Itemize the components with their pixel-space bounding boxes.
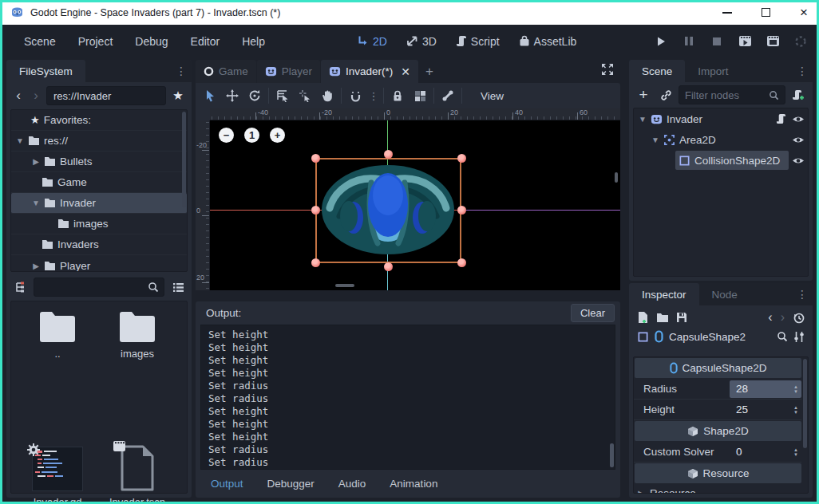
fs-row-favorites[interactable]: ★ Favorites:	[11, 110, 187, 131]
list-view-toggle-icon[interactable]	[168, 278, 188, 297]
pause-button[interactable]	[680, 33, 698, 50]
lock-object-icon[interactable]	[386, 85, 409, 106]
play-scene-button[interactable]	[736, 33, 754, 50]
category-capsuleshape2d[interactable]: CapsuleShape2D	[635, 358, 801, 378]
selection-rect[interactable]	[315, 158, 461, 263]
expand-viewport-icon[interactable]	[601, 63, 614, 76]
filesystem-menu-dots-icon[interactable]: ⋮	[176, 60, 187, 82]
pan-tool-icon[interactable]	[316, 85, 338, 106]
workspace-3d[interactable]: 3D	[401, 32, 442, 51]
zoom-in-button[interactable]: +	[270, 128, 285, 143]
tab-import[interactable]: Import	[685, 60, 741, 82]
handle-top-right[interactable]	[457, 154, 466, 163]
script-badge-icon[interactable]	[776, 113, 786, 124]
handle-top-middle[interactable]	[384, 150, 393, 159]
workspace-2d[interactable]: 2D	[351, 32, 393, 51]
fs-row-invaders[interactable]: Invaders	[11, 234, 187, 255]
category-resource[interactable]: Resource	[635, 463, 801, 483]
log-scrollbar[interactable]	[610, 443, 614, 467]
tab-inspector[interactable]: Inspector	[629, 283, 699, 305]
resource-section-row[interactable]: ▶ Resource	[634, 484, 808, 494]
play-custom-scene-button[interactable]	[764, 33, 781, 50]
snap-toggle-icon[interactable]	[344, 85, 366, 106]
fs-row-invader[interactable]: ▼ Invader	[11, 193, 187, 214]
skeleton-bone-icon[interactable]	[437, 85, 459, 106]
scene-tab-player[interactable]: Player	[257, 60, 320, 83]
menu-scene[interactable]: Scene	[16, 31, 64, 52]
tab-filesystem[interactable]: FileSystem	[6, 60, 85, 82]
handle-middle-right[interactable]	[457, 206, 466, 215]
tab-scene[interactable]: Scene	[629, 60, 685, 82]
view-menu-button[interactable]: View	[473, 87, 512, 105]
inspector-scrollbar[interactable]	[803, 359, 807, 448]
workspace-script[interactable]: Script	[450, 32, 505, 51]
scene-tab-invader[interactable]: Invader(*) ✕	[321, 60, 418, 83]
nav-back-icon[interactable]: ‹	[11, 87, 26, 104]
file-search-field[interactable]	[34, 278, 164, 297]
save-resource-icon[interactable]	[676, 312, 687, 323]
expander-open-icon[interactable]: ▼	[651, 136, 659, 144]
expander-closed-icon[interactable]: ▶	[637, 489, 645, 494]
handle-top-left[interactable]	[311, 154, 320, 163]
expander-closed-icon[interactable]: ▶	[32, 157, 40, 166]
list-select-tool-icon[interactable]	[271, 85, 294, 106]
bottom-tab-debugger[interactable]: Debugger	[257, 474, 325, 493]
fs-row-game[interactable]: Game	[11, 172, 187, 193]
group-object-icon[interactable]	[409, 85, 431, 106]
attach-script-button[interactable]	[789, 85, 808, 104]
new-resource-icon[interactable]	[637, 311, 649, 324]
filter-nodes-field[interactable]: Filter nodes	[679, 85, 785, 104]
menu-help[interactable]: Help	[234, 31, 273, 52]
close-button[interactable]: ×	[797, 6, 811, 20]
scene-node-area2d[interactable]: ▼ Area2D	[634, 129, 808, 150]
fs-row-images[interactable]: images	[11, 214, 187, 234]
clear-button[interactable]: Clear	[571, 304, 615, 322]
expander-open-icon[interactable]: ▼	[639, 115, 647, 124]
minimize-button[interactable]	[720, 6, 734, 20]
handle-bottom-right[interactable]	[457, 258, 466, 267]
object-history-icon[interactable]	[793, 312, 805, 324]
handle-middle-left[interactable]	[311, 206, 320, 215]
nav-forward-icon[interactable]: ›	[29, 87, 43, 104]
play-button[interactable]	[652, 33, 670, 50]
fs-row-bullets[interactable]: ▶ Bullets	[11, 152, 187, 172]
menu-editor[interactable]: Editor	[183, 31, 228, 52]
custom-solver-spinbox[interactable]: 0 ▲▼	[730, 443, 801, 461]
zoom-reset-button[interactable]: 1	[244, 128, 259, 143]
file-item-invader-gd[interactable]: Invader.gd	[21, 447, 94, 504]
rotate-tool-icon[interactable]	[243, 85, 266, 106]
scene-node-invader[interactable]: ▼ Invader	[634, 108, 808, 129]
close-tab-icon[interactable]: ✕	[401, 65, 410, 78]
bottom-tab-animation[interactable]: Animation	[379, 474, 448, 493]
zoom-out-button[interactable]: −	[219, 128, 234, 143]
history-back-icon[interactable]: ‹	[768, 310, 772, 325]
scene-tab-game[interactable]: Game	[196, 60, 256, 83]
search-properties-icon[interactable]	[777, 331, 788, 342]
canvas-hscroll-nub[interactable]	[335, 284, 354, 287]
expander-open-icon[interactable]: ▼	[32, 199, 40, 207]
file-item-parent-dir[interactable]: ..	[21, 311, 94, 360]
height-spinbox[interactable]: 25 ▲▼	[730, 401, 801, 419]
select-tool-icon[interactable]	[199, 85, 221, 106]
canvas-vscroll-nub[interactable]	[615, 172, 618, 183]
spin-arrows-icon[interactable]: ▲▼	[793, 380, 798, 398]
visibility-eye-icon[interactable]	[792, 156, 805, 166]
new-scene-tab-button[interactable]: +	[419, 60, 440, 83]
scene-node-collisionshape2d[interactable]: CollisionShape2D	[634, 150, 808, 171]
favorite-star-icon[interactable]: ★	[169, 89, 187, 103]
radius-spinbox[interactable]: 28 ▲▼	[730, 380, 801, 398]
maximize-button[interactable]	[758, 6, 773, 20]
fs-row-player[interactable]: ▶ Player	[11, 255, 187, 272]
workspace-assetlib[interactable]: AssetLib	[513, 32, 583, 51]
scene-menu-dots-icon[interactable]: ⋮	[797, 60, 808, 82]
fs-row-res[interactable]: ▼ res://	[11, 131, 187, 152]
load-resource-folder-icon[interactable]	[656, 313, 669, 323]
visibility-eye-icon[interactable]	[792, 114, 805, 124]
visibility-eye-icon[interactable]	[792, 135, 805, 145]
output-log[interactable]: Set height Set height Set height Set hei…	[200, 325, 615, 470]
menu-project[interactable]: Project	[70, 31, 121, 52]
handle-bottom-left[interactable]	[311, 258, 320, 267]
instance-scene-button[interactable]	[656, 85, 675, 104]
snap-options-dots-icon[interactable]: ⋮	[366, 85, 381, 106]
current-path-field[interactable]: res://Invader	[46, 86, 166, 105]
